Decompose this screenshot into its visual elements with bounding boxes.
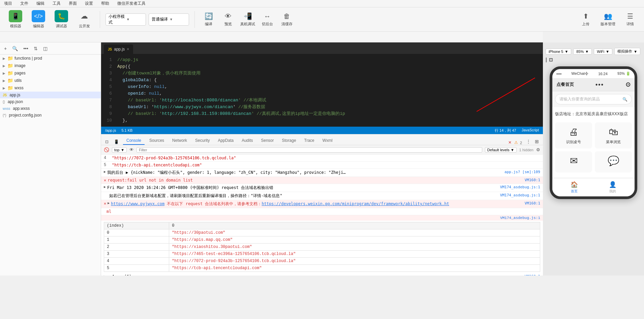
simulate-dropdown[interactable]: 模拟操作 ▼: [614, 48, 640, 55]
clear-console-icon[interactable]: 🚫: [104, 147, 109, 152]
sort-icon[interactable]: ⇅: [32, 45, 39, 52]
url-table-container: (index) 0 0 "https://30paotui.com" 1: [101, 221, 543, 273]
backend-button[interactable]: ↔ 切后台: [259, 12, 276, 27]
scan-icon: 🖨: [569, 126, 578, 137]
menu-wechat[interactable]: 微信开发者工具: [116, 0, 147, 7]
wechat-close-icon[interactable]: ⊙: [625, 81, 631, 88]
menu-edit[interactable]: 编辑: [35, 0, 46, 7]
chat-icon: 💬: [608, 155, 619, 166]
sidebar-item-pages[interactable]: ▶ 📁 pages: [0, 69, 101, 77]
grid-item-chat[interactable]: 💬: [595, 151, 632, 172]
sidebar-item-appwxss[interactable]: wxss app.wxss: [0, 105, 101, 112]
warning-badge: ⚠: [514, 140, 518, 145]
preview-label: 预览: [224, 22, 232, 27]
toolbar: 📱 模拟器 </> 编辑器 🐛 调试器 ☁ 云开发 小程序模式 ▼ 普通编译 ▼…: [0, 7, 644, 32]
iphone-preview-panel: iPhone 5 ▼ 85% ▼ WiFi ▼ 模拟操作 ▼ | ⊡ ••••: [543, 42, 644, 276]
url-table: (index) 0 0 "https://30paotui.com" 1: [104, 222, 540, 272]
console-tabs: ⊡ 📱 Console Sources Network Security App…: [101, 134, 543, 145]
search-box[interactable]: 请输入你要查询的菜品 🔍: [555, 94, 632, 104]
upload-button[interactable]: ⬆ 上传: [577, 12, 594, 27]
more-icon[interactable]: •••: [22, 45, 30, 52]
tab-appdata[interactable]: AppData: [214, 137, 237, 145]
console-inspect-icon[interactable]: ⊡: [104, 139, 110, 145]
context-label: top: [114, 148, 119, 152]
tab-sensor[interactable]: Sensor: [258, 137, 277, 145]
simulator-label: 模拟器: [10, 24, 21, 29]
tab-storage[interactable]: Storage: [279, 137, 300, 145]
tab-trace[interactable]: Trace: [301, 137, 318, 145]
menu-interface[interactable]: 界面: [67, 0, 78, 7]
console-settings-icon[interactable]: ⚙: [536, 147, 540, 152]
grid-item-menu[interactable]: 🛍 菜单浏览: [595, 122, 632, 149]
preview-button[interactable]: 👁 预览: [220, 12, 237, 27]
tab-sources[interactable]: Sources: [146, 137, 167, 145]
menu-help[interactable]: 帮助: [100, 0, 111, 7]
editor-button[interactable]: </> 编辑器: [28, 10, 49, 29]
mode-arrow: ▼: [126, 18, 143, 21]
wechat-more-icon[interactable]: •••: [595, 81, 604, 88]
table-row-1: 1 "https://apis.map.qq.com": [104, 236, 540, 244]
menu-project[interactable]: 项目: [3, 0, 13, 7]
editor-tab-appjs[interactable]: JS app.js ×: [104, 44, 133, 54]
console-popout-icon[interactable]: ⊞: [533, 138, 540, 145]
sidebar-item-utils[interactable]: ▶ 📁 utils: [0, 77, 101, 84]
tab-wxml[interactable]: Wxml: [319, 137, 336, 145]
sidebar-item-image[interactable]: ▶ 📁 image: [0, 62, 101, 69]
context-select[interactable]: top ▼: [112, 147, 127, 153]
debugger-button[interactable]: 🐛 调试器: [51, 10, 71, 29]
editor-tab-close[interactable]: ×: [127, 47, 129, 52]
version-button[interactable]: 👥 版本管理: [600, 12, 616, 27]
menu-settings[interactable]: 设置: [84, 0, 94, 7]
hidden-count: 1 hidden: [519, 148, 533, 152]
collapse-icon[interactable]: ◫: [42, 45, 49, 52]
upload-icon: ⬆: [583, 12, 589, 20]
simulator-button[interactable]: 📱 模拟器: [5, 10, 26, 29]
log-levels-dropdown[interactable]: Default levels ▼: [485, 147, 517, 153]
grid-item-mail[interactable]: ✉: [555, 151, 592, 172]
editor-console-split: JS app.js × 1 //app.js 2 App({: [101, 42, 543, 276]
expand-icon[interactable]: ⊡: [549, 57, 553, 62]
compile-mode-label: 普通编译: [152, 17, 168, 22]
iphone-time: 16:24: [598, 72, 608, 76]
console-row-domain-1: ▶ Fri Mar 13 2020 16:24:26 GMT+0800 (中国标…: [101, 184, 543, 192]
sidebar-item-appjson[interactable]: {} app.json: [0, 98, 101, 105]
tab-security[interactable]: Security: [192, 137, 213, 145]
eye-icon[interactable]: 👁: [129, 147, 134, 152]
code-area[interactable]: 1 //app.js 2 App({ 3 //创建towxml对象，供小程序页面…: [101, 54, 543, 127]
grid-scan-label: 识别桌号: [566, 139, 581, 145]
console-filter-input[interactable]: [136, 147, 482, 153]
zoom-dropdown[interactable]: 85% ▼: [573, 49, 592, 55]
details-button[interactable]: ☰ 详情: [622, 12, 639, 27]
menu-tools[interactable]: 工具: [51, 0, 62, 7]
add-file-icon[interactable]: +: [3, 45, 8, 52]
console-mobile-icon[interactable]: 📱: [113, 139, 120, 145]
editor-icon: </>: [32, 10, 45, 22]
grid-item-scan[interactable]: 🖨 识别桌号: [555, 122, 592, 149]
mode-dropdown[interactable]: 小程序模式 ▼: [105, 13, 146, 26]
iphone-model-dropdown[interactable]: iPhone 5 ▼: [546, 49, 571, 55]
details-icon: ☰: [627, 12, 633, 20]
debugger-label: 调试器: [56, 24, 67, 29]
sidebar-item-appjs[interactable]: JS app.js: [0, 92, 101, 98]
separator-2: [194, 11, 195, 28]
nav-mine[interactable]: 👤 我的: [609, 181, 616, 194]
editor-tab-label: app.js: [114, 47, 125, 52]
sidebar-item-config[interactable]: {*} project.config.json: [0, 112, 101, 119]
menu-file[interactable]: 文件: [19, 0, 30, 7]
network-dropdown[interactable]: WiFi ▼: [594, 49, 612, 55]
tab-network[interactable]: Network: [169, 137, 190, 145]
nav-home[interactable]: 🏠 首页: [571, 181, 578, 194]
tab-audits[interactable]: Audits: [238, 137, 256, 145]
cloud-button[interactable]: ☁ 云开发: [74, 10, 94, 29]
console-more-icon[interactable]: ⋮: [525, 138, 532, 145]
iphone-battery: 93% 🔋: [617, 71, 631, 76]
compile-mode-dropdown[interactable]: 普通编译 ▼: [149, 13, 189, 26]
sidebar-item-functions[interactable]: ▶ 📁 functions | prod: [0, 55, 101, 62]
sidebar-item-wxss[interactable]: ▶ 📁 wxss: [0, 84, 101, 92]
compile-button[interactable]: 🔄 编译: [200, 12, 217, 27]
search-icon[interactable]: 🔍: [11, 45, 19, 52]
real-debug-button[interactable]: 📲 真机调试: [239, 12, 256, 27]
clear-cache-button[interactable]: 🗑 清缓存: [278, 12, 295, 27]
tab-console[interactable]: Console: [123, 137, 145, 145]
split-icon[interactable]: |: [546, 57, 547, 62]
